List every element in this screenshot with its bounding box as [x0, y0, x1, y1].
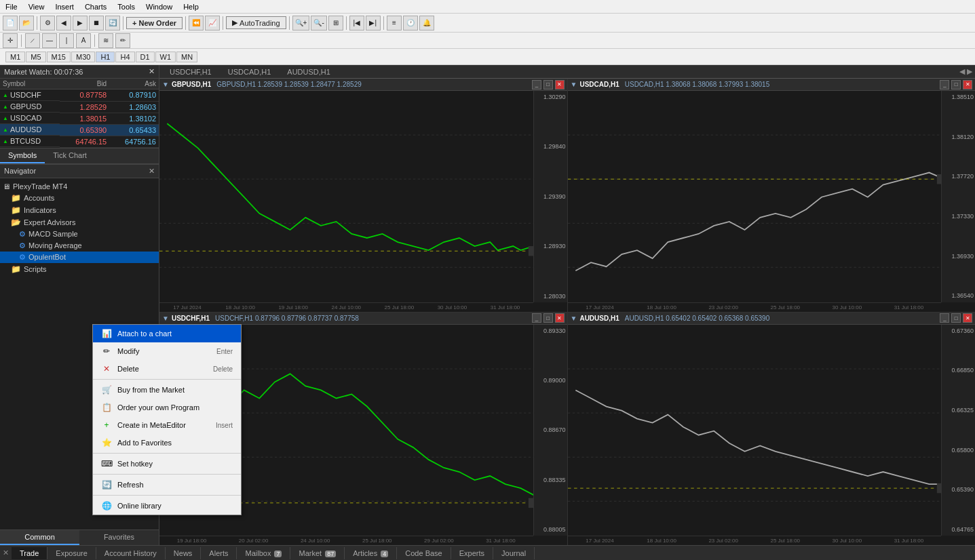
autotrading-button[interactable]: ▶ AutoTrading	[226, 16, 286, 29]
nav-item-accounts[interactable]: 📁 Accounts	[0, 192, 159, 204]
nav-tab-favorites[interactable]: Favorites	[79, 530, 159, 545]
chart-usdcad-canvas[interactable]: 1.38015 1.38510 1.38120 1.37720 1.37330 …	[568, 91, 976, 312]
vline-btn[interactable]: |	[59, 33, 74, 48]
nav-item-root[interactable]: 🖥 PlexyTrade MT4	[0, 181, 159, 192]
chart-gbpusd-restore[interactable]: □	[543, 80, 553, 89]
compile-btn[interactable]: ⚙	[40, 16, 55, 31]
context-menu-create-editor[interactable]: + Create in MetaEditor Insert	[93, 416, 241, 434]
nav-item-scripts[interactable]: 📁 Scripts	[0, 263, 159, 275]
context-menu-order-program[interactable]: 📋 Order your own Program	[93, 399, 241, 416]
price-type-btn[interactable]: ≡	[387, 16, 402, 31]
fib-btn[interactable]: ≋	[98, 33, 113, 48]
context-menu-refresh[interactable]: 🔄 Refresh	[93, 476, 241, 494]
table-row[interactable]: ▲USDCAD 1.38015 1.38102	[0, 113, 159, 124]
menu-file[interactable]: File	[0, 1, 23, 12]
context-menu-attach-to-chart[interactable]: 📊 Attach to a chart	[93, 325, 241, 342]
nav-item-expert-advisors[interactable]: 📂 Expert Advisors	[0, 216, 159, 228]
period-sep-btn[interactable]: |◀	[349, 16, 364, 31]
chart-audusd-restore[interactable]: □	[951, 313, 961, 323]
zoom-in-btn[interactable]: 🔍+	[292, 16, 310, 31]
chart-audusd-close[interactable]: ✕	[963, 313, 972, 323]
bottom-tab-news[interactable]: News	[166, 547, 202, 559]
table-row[interactable]: ▲BTCUSD 64746.15 64756.16	[0, 136, 159, 147]
chart-tab-audusd[interactable]: AUDUSD,H1	[280, 66, 338, 78]
mw-tab-symbols[interactable]: Symbols	[0, 148, 45, 163]
chart-usdchf-close[interactable]: ✕	[555, 313, 565, 323]
fit-btn[interactable]: ⊞	[328, 16, 343, 31]
menu-tools[interactable]: Tools	[112, 1, 140, 12]
charts-btn[interactable]: 📈	[205, 16, 220, 31]
menu-help[interactable]: Help	[178, 1, 204, 12]
context-menu-hotkey[interactable]: ⌨ Set hotkey	[93, 455, 241, 473]
table-row[interactable]: ▲AUDUSD 0.65390 0.65433	[0, 124, 159, 136]
nav-item-moving-average[interactable]: ⚙ Moving Average	[0, 240, 159, 252]
crosshair-btn[interactable]: ✛	[3, 33, 18, 48]
history-btn[interactable]: ⏪	[189, 16, 204, 31]
context-menu-modify[interactable]: ✏ Modify Enter	[93, 342, 241, 360]
chart-tab-usdchf[interactable]: USDCHF,H1	[162, 66, 219, 78]
menu-insert[interactable]: Insert	[50, 1, 79, 12]
table-row[interactable]: ▲GBPUSD 1.28529 1.28603	[0, 101, 159, 113]
tf-m30[interactable]: M30	[71, 52, 95, 62]
bottom-tab-trade[interactable]: Trade	[12, 547, 47, 559]
market-watch-close[interactable]: ✕	[149, 67, 155, 76]
close-bottom-btn[interactable]: ✕	[0, 548, 12, 557]
draw-btn[interactable]: ✏	[115, 33, 130, 48]
chart-usdchf-restore[interactable]: □	[543, 313, 553, 323]
tf-m5[interactable]: M5	[26, 52, 45, 62]
context-menu-online-library[interactable]: 🌐 Online library	[93, 497, 241, 515]
chart-tabs-scroll[interactable]: ◀ ▶	[959, 67, 972, 76]
mw-tab-tick[interactable]: Tick Chart	[45, 148, 95, 163]
refresh-btn[interactable]: 🔄	[105, 16, 120, 31]
menu-window[interactable]: Window	[140, 1, 178, 12]
text-btn[interactable]: A	[76, 33, 91, 48]
bottom-tab-exposure[interactable]: Exposure	[47, 547, 96, 559]
menu-view[interactable]: View	[23, 1, 50, 12]
bottom-tab-journal[interactable]: Journal	[493, 547, 535, 559]
context-menu-add-favorites[interactable]: ⭐ Add to Favorites	[93, 434, 241, 452]
stop-btn[interactable]: ⏹	[89, 16, 104, 31]
tf-m15[interactable]: M15	[47, 52, 71, 62]
chart-usdchf-minimize[interactable]: _	[532, 313, 541, 323]
open-btn[interactable]: 📂	[19, 16, 34, 31]
tf-w1[interactable]: W1	[155, 52, 176, 62]
chart-tab-usdcad[interactable]: USDCAD,H1	[221, 66, 279, 78]
clock-btn[interactable]: 🕐	[403, 16, 418, 31]
chart-usdcad-minimize[interactable]: _	[940, 80, 949, 89]
table-row[interactable]: ▲USDCHF 0.87758 0.87910	[0, 89, 159, 102]
menu-charts[interactable]: Charts	[79, 1, 112, 12]
tf-d1[interactable]: D1	[136, 52, 155, 62]
bottom-tab-alerts[interactable]: Alerts	[201, 547, 237, 559]
tf-m1[interactable]: M1	[5, 52, 25, 62]
chart-usdcad-restore[interactable]: □	[951, 80, 961, 89]
nav-item-macd-sample[interactable]: ⚙ MACD Sample	[0, 228, 159, 240]
line-btn[interactable]: ⟋	[25, 33, 40, 48]
period-end-btn[interactable]: ▶|	[366, 16, 381, 31]
tf-h1[interactable]: H1	[96, 52, 115, 62]
bottom-tab-experts[interactable]: Experts	[451, 547, 493, 559]
bottom-tab-articles[interactable]: Articles 4	[345, 547, 397, 559]
bottom-tab-mailbox[interactable]: Mailbox 7	[237, 547, 290, 559]
bottom-tab-market[interactable]: Market 87	[290, 547, 345, 559]
tf-mn[interactable]: MN	[176, 52, 197, 62]
chart-gbpusd-close[interactable]: ✕	[555, 80, 565, 89]
back-btn[interactable]: ◀	[56, 16, 71, 31]
new-file-btn[interactable]: 📄	[3, 16, 18, 31]
chart-audusd-minimize[interactable]: _	[940, 313, 949, 323]
context-menu-buy-market[interactable]: 🛒 Buy from the Market	[93, 381, 241, 399]
hline-btn[interactable]: —	[42, 33, 57, 48]
bottom-tab-codebase[interactable]: Code Base	[397, 547, 451, 559]
chart-audusd-canvas[interactable]: 0.65390 0.67360 0.66850 0.66325 0.65800 …	[568, 325, 976, 546]
forward-btn[interactable]: ▶	[73, 16, 88, 31]
zoom-out-btn[interactable]: 🔍-	[311, 16, 326, 31]
alert-btn[interactable]: 🔔	[419, 16, 434, 31]
new-order-button[interactable]: + New Order	[126, 17, 183, 29]
nav-item-opulentbot[interactable]: ⚙ OpulentBot	[0, 252, 159, 263]
nav-tab-common[interactable]: Common	[0, 530, 79, 545]
tf-h4[interactable]: H4	[115, 52, 134, 62]
bottom-tab-account-history[interactable]: Account History	[96, 547, 166, 559]
chart-usdcad-close[interactable]: ✕	[963, 80, 972, 89]
chart-gbpusd-minimize[interactable]: _	[532, 80, 541, 89]
context-menu-delete[interactable]: ✕ Delete Delete	[93, 360, 241, 378]
nav-item-indicators[interactable]: 📁 Indicators	[0, 204, 159, 216]
